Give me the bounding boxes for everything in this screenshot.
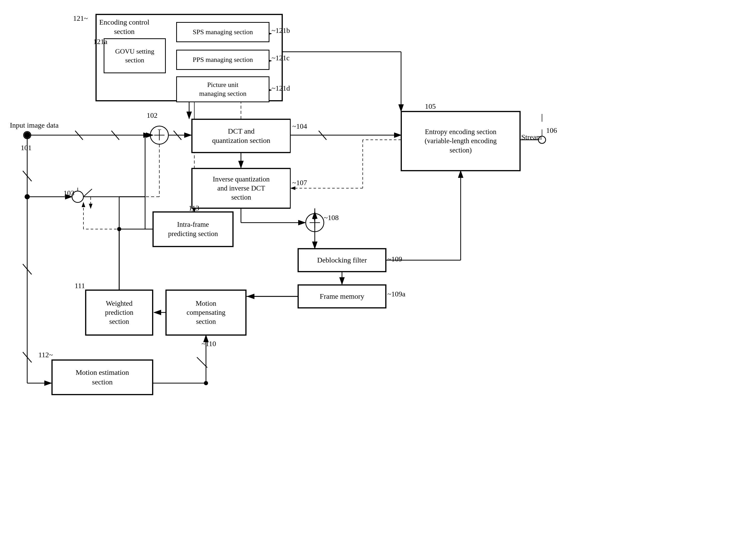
deblocking-filter: Deblocking filter — [298, 248, 386, 272]
motion-compensating-section: Motion compensating section — [166, 290, 246, 335]
svg-line-85 — [84, 189, 92, 197]
ref-121: 121~ — [73, 14, 88, 23]
weighted-prediction-section: Weighted prediction section — [86, 290, 153, 335]
stream-label: Stream — [521, 133, 542, 141]
ref-110: ~110 — [202, 339, 216, 348]
svg-line-13 — [174, 131, 181, 140]
svg-point-8 — [150, 126, 168, 144]
svg-point-82 — [117, 227, 121, 231]
input-image-label: Input image data — [10, 121, 59, 129]
svg-point-32 — [306, 213, 324, 232]
ref-109: ~109 — [387, 255, 402, 263]
svg-text:−: − — [157, 126, 162, 134]
svg-line-58 — [23, 352, 32, 362]
govu-setting-section: GOVU setting section — [103, 38, 166, 73]
ref-107: ~107 — [292, 179, 307, 187]
ref-121d: ~121d — [272, 84, 290, 92]
svg-line-6 — [111, 131, 119, 140]
pps-managing-section: PPS managing section — [176, 50, 270, 70]
ref-113: 113 — [189, 204, 199, 212]
svg-point-64 — [204, 381, 208, 385]
ref-104: ~104 — [292, 122, 307, 130]
svg-point-78 — [25, 133, 29, 137]
dct-quantization-section: DCT and quantization section — [192, 119, 291, 153]
svg-line-5 — [75, 131, 83, 140]
sps-managing-section: SPS managing section — [176, 22, 270, 42]
entropy-encoding-section: Entropy encoding section (variable-lengt… — [401, 111, 520, 171]
svg-line-57 — [23, 264, 32, 274]
inverse-quantization-section: Inverse quantization and inverse DCT sec… — [192, 168, 291, 208]
ref-108: ~108 — [324, 213, 339, 222]
svg-point-3 — [24, 132, 30, 138]
ref-121c: ~121c — [272, 54, 289, 62]
intra-frame-section: Intra-frame predicting section — [153, 212, 233, 247]
ref-103: 103 — [64, 189, 74, 197]
svg-point-86 — [24, 131, 31, 139]
ref-109a: ~109a — [387, 290, 406, 298]
ref-106: 106 — [546, 126, 557, 135]
ref-105: 105 — [425, 102, 436, 110]
svg-line-65 — [197, 357, 207, 368]
motion-estimation-section: Motion estimation section — [52, 360, 153, 395]
ref-112: 112~ — [38, 351, 53, 359]
svg-text:+: + — [312, 215, 316, 223]
picture-unit-section: Picture unit managing section — [176, 76, 270, 102]
svg-point-50 — [25, 194, 30, 199]
ref-101: 101 — [21, 144, 32, 152]
ref-121a: 121a — [93, 38, 107, 46]
ref-121b: ~121b — [272, 26, 290, 35]
svg-line-16 — [319, 131, 326, 140]
frame-memory: Frame memory — [298, 285, 386, 308]
svg-line-56 — [23, 171, 32, 181]
ref-111: 111 — [75, 282, 85, 290]
ref-102: 102 — [147, 111, 157, 120]
